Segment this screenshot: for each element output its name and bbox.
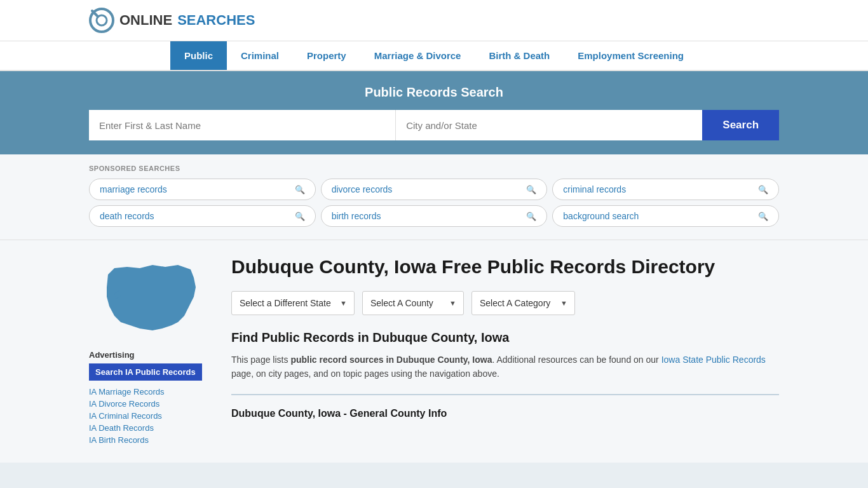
find-desc-text-1: This page lists <box>231 355 290 365</box>
search-button[interactable]: Search <box>702 110 779 140</box>
sidebar-link-marriage[interactable]: IA Marriage Records <box>89 387 216 396</box>
search-banner-title: Public Records Search <box>89 85 779 100</box>
category-dropdown-wrapper: Select A Category <box>471 291 575 315</box>
sidebar-link-birth[interactable]: IA Birth Records <box>89 435 216 445</box>
section-divider <box>231 394 779 395</box>
site-header: ONLINESEARCHES <box>0 0 868 41</box>
state-dropdown[interactable]: Select a Different State <box>231 291 355 315</box>
nav-item-property[interactable]: Property <box>293 41 360 70</box>
svg-marker-3 <box>107 265 196 330</box>
sponsored-link-background[interactable]: background search <box>563 211 639 221</box>
search-icon: 🔍 <box>758 185 768 194</box>
sidebar-search-button[interactable]: Search IA Public Records <box>89 363 202 381</box>
sidebar-link-divorce[interactable]: IA Divorce Records <box>89 399 216 409</box>
sponsored-link-criminal[interactable]: criminal records <box>563 184 626 194</box>
sponsored-link-death[interactable]: death records <box>100 211 154 221</box>
search-banner: Public Records Search Search <box>0 71 868 154</box>
sponsored-section: SPONSORED SEARCHES marriage records 🔍 di… <box>0 154 868 240</box>
state-map-container <box>89 255 216 340</box>
sponsored-link-birth[interactable]: birth records <box>332 211 381 221</box>
list-item[interactable]: background search 🔍 <box>552 205 779 227</box>
state-dropdown-wrapper: Select a Different State <box>231 291 355 315</box>
find-title: Find Public Records in Dubuque County, I… <box>231 330 779 345</box>
nav-item-marriage-divorce[interactable]: Marriage & Divorce <box>360 41 475 70</box>
sponsored-grid: marriage records 🔍 divorce records 🔍 cri… <box>89 179 779 227</box>
category-dropdown[interactable]: Select A Category <box>471 291 575 315</box>
find-desc-text-2: . Additional resources can be found on o… <box>492 355 661 365</box>
sidebar: Advertising Search IA Public Records IA … <box>89 255 216 447</box>
list-item[interactable]: criminal records 🔍 <box>552 179 779 200</box>
nav-item-public[interactable]: Public <box>170 41 227 70</box>
logo[interactable]: ONLINESEARCHES <box>89 8 255 33</box>
find-desc-bold: public record sources in Dubuque County,… <box>290 355 492 365</box>
sponsored-link-marriage[interactable]: marriage records <box>100 184 167 194</box>
county-info-header: Dubuque County, Iowa - General County In… <box>231 408 779 419</box>
find-desc-text-3: page, on city pages, and on topic pages … <box>231 369 499 379</box>
list-item[interactable]: birth records 🔍 <box>321 205 548 227</box>
main-content: Advertising Search IA Public Records IA … <box>0 240 868 463</box>
sidebar-links: IA Marriage Records IA Divorce Records I… <box>89 387 216 445</box>
dropdown-row: Select a Different State Select A County… <box>231 291 779 315</box>
logo-text-online: ONLINE <box>119 12 172 29</box>
search-icon: 🔍 <box>295 212 305 221</box>
search-location-input[interactable] <box>395 110 702 140</box>
list-item[interactable]: death records 🔍 <box>89 205 316 227</box>
search-icon: 🔍 <box>526 212 536 221</box>
page-content: Dubuque County, Iowa Free Public Records… <box>231 255 779 447</box>
nav-item-criminal[interactable]: Criminal <box>227 41 293 70</box>
page-title: Dubuque County, Iowa Free Public Records… <box>231 255 779 278</box>
county-dropdown[interactable]: Select A County <box>362 291 464 315</box>
find-description: This page lists public record sources in… <box>231 353 779 381</box>
main-nav: Public Criminal Property Marriage & Divo… <box>0 41 868 71</box>
list-item[interactable]: divorce records 🔍 <box>321 179 548 200</box>
nav-item-birth-death[interactable]: Birth & Death <box>475 41 564 70</box>
sidebar-link-death[interactable]: IA Death Records <box>89 423 216 433</box>
search-name-input[interactable] <box>89 110 395 140</box>
advertising-label: Advertising <box>89 350 216 360</box>
sponsored-link-divorce[interactable]: divorce records <box>332 184 393 194</box>
logo-text-searches: SEARCHES <box>177 12 255 29</box>
sponsored-label: SPONSORED SEARCHES <box>89 165 779 172</box>
sidebar-link-criminal[interactable]: IA Criminal Records <box>89 411 216 421</box>
search-row: Search <box>89 110 779 140</box>
iowa-state-link[interactable]: Iowa State Public Records <box>661 355 766 365</box>
search-icon: 🔍 <box>758 212 768 221</box>
search-icon: 🔍 <box>295 185 305 194</box>
iowa-map-icon <box>102 255 203 338</box>
search-icon: 🔍 <box>526 185 536 194</box>
county-dropdown-wrapper: Select A County <box>362 291 464 315</box>
list-item[interactable]: marriage records 🔍 <box>89 179 316 200</box>
nav-item-employment[interactable]: Employment Screening <box>564 41 698 70</box>
logo-icon <box>89 8 114 33</box>
